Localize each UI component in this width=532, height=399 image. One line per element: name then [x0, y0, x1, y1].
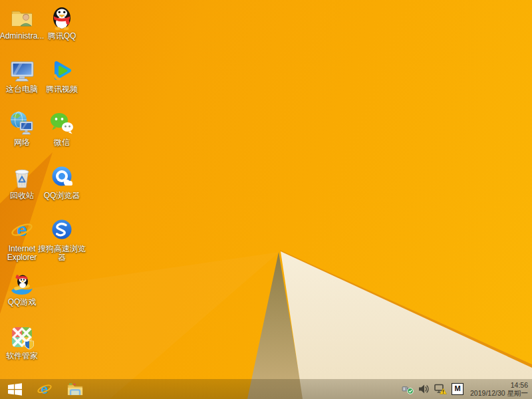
desktop-icon-software-manager[interactable]: 软件管家 [0, 324, 47, 360]
desktop-icon-qq-browser[interactable]: QQ浏览器 [37, 164, 87, 200]
taskbar-internet-explorer-button[interactable]: e [29, 379, 60, 399]
qq-browser-icon [49, 164, 75, 190]
icon-label: QQ浏览器 [44, 192, 80, 200]
icon-label: 腾讯视频 [46, 85, 78, 94]
clock-time: 14:56 [470, 381, 528, 389]
qq-penguin-icon [49, 4, 75, 31]
desktop-icon-tencent-qq[interactable]: 腾讯QQ [37, 4, 87, 41]
icon-label: 回收站 [10, 192, 34, 200]
desktop[interactable]: Administra... 腾讯QQ 这台电脑 [0, 0, 532, 399]
start-button[interactable] [0, 379, 29, 399]
globe-computer-icon [9, 110, 35, 137]
play-triangle-icon [49, 57, 75, 84]
icon-label: 软件管家 [6, 352, 38, 360]
administrator-folder-icon [9, 4, 35, 31]
icon-label: 腾讯QQ [48, 32, 76, 41]
desktop-icon-qq-games[interactable]: QQ游戏 [0, 270, 47, 307]
taskbar-file-explorer-button[interactable] [60, 379, 90, 399]
icon-label: 搜狗高速浏览器 [37, 245, 87, 262]
usb-device-tray-icon[interactable] [402, 384, 414, 394]
icon-label: QQ游戏 [8, 298, 37, 307]
computer-monitor-icon [9, 57, 35, 84]
taskbar: e [0, 379, 532, 399]
software-manager-icon [9, 324, 35, 350]
desktop-icon-tencent-video[interactable]: 腾讯视频 [37, 57, 87, 94]
recycle-bin-icon [9, 164, 35, 190]
network-warning-tray-icon[interactable] [434, 384, 447, 394]
ime-language-badge[interactable]: M [452, 383, 464, 395]
sogou-s-icon [49, 217, 75, 243]
svg-text:e: e [17, 219, 27, 240]
svg-text:e: e [41, 382, 49, 396]
qq-games-penguin-surf-icon [9, 270, 35, 297]
icon-label: 这台电脑 [6, 85, 38, 94]
desktop-icon-sogou-browser[interactable]: 搜狗高速浏览器 [37, 217, 87, 262]
file-explorer-folder-icon [66, 380, 84, 398]
windows-logo-icon [8, 383, 22, 396]
clock-date: 2019/12/30 星期一 [470, 389, 528, 397]
volume-tray-icon[interactable] [418, 384, 430, 394]
icon-label: 网络 [14, 138, 30, 147]
internet-explorer-icon: e [36, 380, 53, 398]
wechat-bubbles-icon [49, 110, 75, 137]
icon-label: 微信 [54, 138, 70, 147]
internet-explorer-icon: e [9, 217, 35, 243]
desktop-icon-wechat[interactable]: 微信 [37, 110, 87, 147]
system-tray: M 14:56 2019/12/30 星期一 [402, 379, 532, 399]
taskbar-clock[interactable]: 14:56 2019/12/30 星期一 [468, 381, 528, 397]
